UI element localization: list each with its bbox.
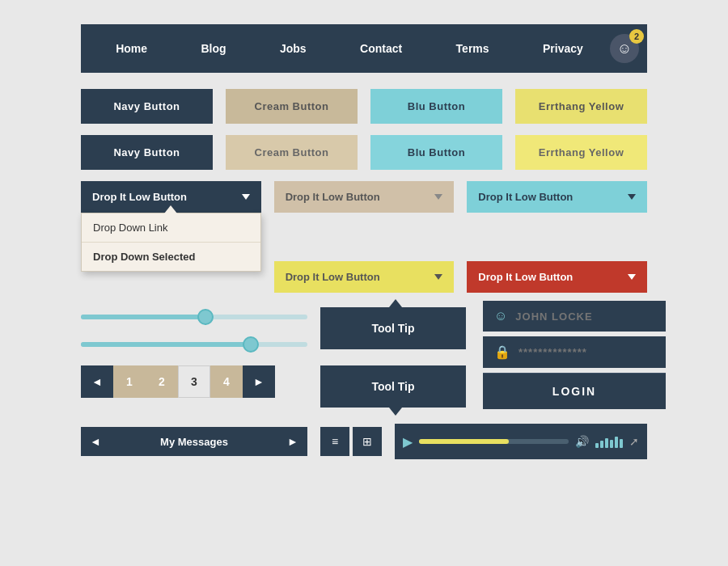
yellow-button-2[interactable]: Errthang Yellow xyxy=(515,135,647,170)
lower-section: ◄ 1 2 3 4 ► Tool Tip Tool Tip xyxy=(81,301,647,409)
navy-button-1[interactable]: Navy Button xyxy=(81,89,213,124)
nav-terms[interactable]: Terms xyxy=(443,36,502,61)
vol-bar-6 xyxy=(620,439,623,448)
login-password-field: 🔒 xyxy=(483,336,666,368)
cream-button-1[interactable]: Cream Button xyxy=(226,89,358,124)
dropdown-arrow-4 xyxy=(434,274,442,280)
nav-blog[interactable]: Blog xyxy=(188,36,239,61)
slider-2-thumb[interactable] xyxy=(243,336,259,353)
page-next-btn[interactable]: ► xyxy=(243,365,275,398)
login-section: ☺ 🔒 LOGIN xyxy=(483,301,666,409)
user-icon: ☺ xyxy=(617,40,632,57)
user-avatar-wrap: ☺ 2 xyxy=(610,34,639,63)
tooltip-2-wrap: Tool Tip xyxy=(320,365,470,408)
vol-bar-3 xyxy=(605,438,608,448)
vol-bar-2 xyxy=(600,441,603,448)
dropdown-btn-3[interactable]: Drop It Low Button xyxy=(467,181,647,213)
slider-1-track xyxy=(81,315,307,319)
page-prev-btn[interactable]: ◄ xyxy=(81,365,113,398)
progress-track[interactable] xyxy=(419,439,569,444)
dropdown-item-selected[interactable]: Drop Down Selected xyxy=(82,243,260,271)
page-btn-2[interactable]: 2 xyxy=(146,365,178,398)
username-input[interactable] xyxy=(515,310,654,323)
video-player: ▶ 🔊 ➚ xyxy=(395,424,647,459)
slider-2-track xyxy=(81,342,307,347)
play-button[interactable]: ▶ xyxy=(403,434,413,450)
dropdown-arrow-1 xyxy=(242,194,250,200)
dropdown-btn-5[interactable]: Drop It Low Button xyxy=(467,261,647,293)
page-btn-4[interactable]: 4 xyxy=(210,365,243,398)
navy-button-2[interactable]: Navy Button xyxy=(81,135,213,170)
vol-bar-5 xyxy=(615,437,618,448)
buttons-section-1: Navy Button Cream Button Blu Button Errt… xyxy=(81,73,647,467)
tooltip-btn-1[interactable]: Tool Tip xyxy=(320,307,466,349)
pagination: ◄ 1 2 3 4 ► xyxy=(81,365,307,398)
sliders-section xyxy=(81,309,307,353)
slider-1-thumb[interactable] xyxy=(197,309,214,325)
yellow-button-1[interactable]: Errthang Yellow xyxy=(515,89,647,124)
navbar: Home Blog Jobs Contact Terms Privacy ☺ 2 xyxy=(81,24,647,73)
lock-icon: 🔒 xyxy=(494,344,510,360)
slider-2-wrap xyxy=(81,336,307,353)
login-username-field: ☺ xyxy=(483,301,666,332)
volume-icon: 🔊 xyxy=(575,435,589,448)
slider-1-fill xyxy=(81,315,205,319)
blue-button-2[interactable]: Blu Button xyxy=(370,135,502,170)
tooltip-arrow-down-2 xyxy=(389,408,402,416)
messages-label: My Messages xyxy=(110,436,278,448)
volume-bars xyxy=(595,435,623,448)
nav-privacy[interactable]: Privacy xyxy=(530,36,596,61)
tooltip-1-wrap: Tool Tip xyxy=(320,307,470,349)
dropdown-1: Drop It Low Button Drop Down Link Drop D… xyxy=(81,181,261,213)
list-grid-toggle: ≡ ⊞ xyxy=(320,427,382,456)
grid-view-btn[interactable]: ⊞ xyxy=(353,427,382,456)
slider-1-wrap xyxy=(81,309,307,325)
dropdown-triangle-1 xyxy=(164,205,177,213)
tooltip-btn-2[interactable]: Tool Tip xyxy=(320,365,466,408)
nav-items: Home Blog Jobs Contact Terms Privacy xyxy=(89,36,610,61)
lower-right: ☺ 🔒 LOGIN xyxy=(483,301,666,409)
vol-bar-1 xyxy=(595,443,599,448)
slider-2-fill xyxy=(81,342,251,347)
tooltip-arrow-up-1 xyxy=(389,299,402,307)
page-btn-3[interactable]: 3 xyxy=(178,365,210,398)
dropdown-arrow-2 xyxy=(434,194,442,200)
page-btn-1[interactable]: 1 xyxy=(113,365,146,398)
nav-contact[interactable]: Contact xyxy=(347,36,415,61)
cream-button-2[interactable]: Cream Button xyxy=(226,135,358,170)
btn-row-2: Navy Button Cream Button Blu Button Errt… xyxy=(81,135,647,170)
list-view-btn[interactable]: ≡ xyxy=(320,427,349,456)
bottom-row: ◄ My Messages ► ≡ ⊞ ▶ 🔊 ➚ xyxy=(81,424,647,459)
notification-badge: 2 xyxy=(629,29,644,44)
login-button[interactable]: LOGIN xyxy=(483,373,666,409)
lower-left: ◄ 1 2 3 4 ► xyxy=(81,301,307,398)
dropdown-menu-1: Drop Down Link Drop Down Selected xyxy=(81,213,261,272)
password-input[interactable] xyxy=(518,346,654,358)
btn-row-1: Navy Button Cream Button Blu Button Errt… xyxy=(81,89,647,124)
blue-button-1[interactable]: Blu Button xyxy=(370,89,502,124)
dropdown-arrow-5 xyxy=(628,274,636,280)
dropdown-2: Drop It Low Button xyxy=(274,181,455,213)
nav-home[interactable]: Home xyxy=(103,36,160,61)
fullscreen-button[interactable]: ➚ xyxy=(629,435,639,448)
msg-prev-btn[interactable]: ◄ xyxy=(81,427,110,456)
vol-bar-4 xyxy=(610,440,613,448)
dropdown-4: Drop It Low Button xyxy=(274,261,455,293)
messages-nav: ◄ My Messages ► xyxy=(81,427,307,456)
dropdown-btn-4[interactable]: Drop It Low Button xyxy=(274,261,455,293)
dropdown-5: Drop It Low Button xyxy=(467,261,647,293)
user-login-icon: ☺ xyxy=(494,309,507,323)
dropdown-3: Drop It Low Button xyxy=(467,181,647,213)
nav-jobs[interactable]: Jobs xyxy=(267,36,320,61)
msg-next-btn[interactable]: ► xyxy=(278,427,307,456)
dropdown-arrow-3 xyxy=(628,194,636,200)
lower-center: Tool Tip Tool Tip xyxy=(320,301,470,408)
dropdown-row-1: Drop It Low Button Drop Down Link Drop D… xyxy=(81,181,647,213)
dropdown-item-link[interactable]: Drop Down Link xyxy=(82,213,260,243)
dropdown-btn-2[interactable]: Drop It Low Button xyxy=(274,181,455,213)
progress-fill xyxy=(419,439,509,444)
